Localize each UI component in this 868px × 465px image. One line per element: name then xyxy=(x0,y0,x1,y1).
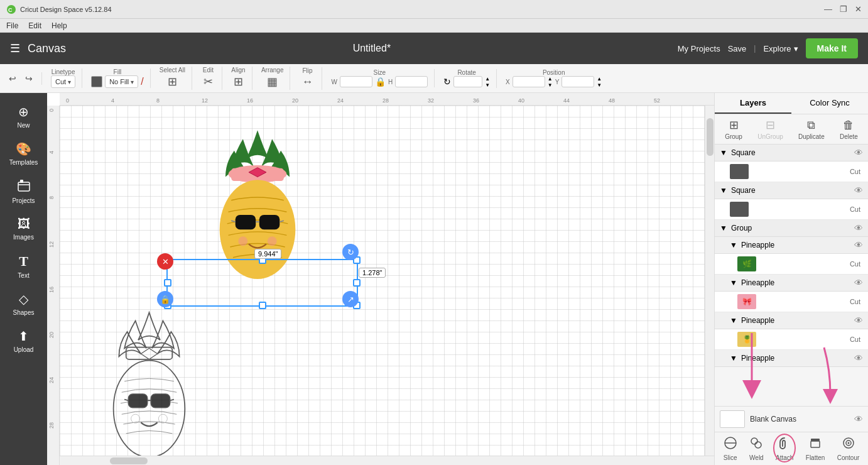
svg-point-12 xyxy=(238,236,247,246)
layer-pineapple-1-visibility[interactable]: 👁 xyxy=(854,240,863,250)
layer-pineapple-4-header[interactable]: ▼ Pineapple 👁 xyxy=(715,350,868,367)
sidebar-item-shapes[interactable]: ◇ Shapes xyxy=(3,287,44,321)
flatten-tool[interactable]: Flatten xyxy=(806,436,825,461)
layer-square-2-visibility[interactable]: 👁 xyxy=(854,185,863,195)
sidebar-item-upload[interactable]: ⬆ Upload xyxy=(3,324,44,358)
blank-canvas-swatch[interactable] xyxy=(720,410,745,428)
size-h-input[interactable]: 1.278 xyxy=(395,76,428,87)
rotate-handle[interactable]: ↻ xyxy=(342,244,359,260)
scrollbar-vertical[interactable] xyxy=(705,106,714,456)
chevron-down-icon: ▾ xyxy=(794,44,798,53)
menu-help[interactable]: Help xyxy=(52,21,67,30)
group-tool[interactable]: ⊞ Group xyxy=(725,118,742,140)
skew-handle[interactable]: ↗ xyxy=(342,291,359,307)
sidebar-item-images[interactable]: 🖼 Images xyxy=(3,212,44,246)
chevron-down-icon-7: ▼ xyxy=(730,354,737,363)
edit-button[interactable]: ✂ xyxy=(201,74,215,90)
layer-square-2-header[interactable]: ▼ Square 👁 xyxy=(715,182,868,199)
menu-file[interactable]: File xyxy=(6,21,18,30)
left-sidebar: ⊕ New 🎨 Templates Projects 🖼 Images T Te… xyxy=(0,93,47,465)
layer-square-1-visibility[interactable]: 👁 xyxy=(854,148,863,158)
minimize-btn[interactable]: — xyxy=(824,4,832,14)
resize-handle-s[interactable] xyxy=(259,302,266,309)
menu-edit[interactable]: Edit xyxy=(28,21,41,30)
resize-handle-e[interactable] xyxy=(353,279,361,287)
pos-x-down[interactable]: ▼ xyxy=(548,82,553,88)
sidebar-item-new[interactable]: ⊕ New xyxy=(3,99,44,134)
layer-pineapple-4-visibility[interactable]: 👁 xyxy=(854,353,863,363)
layer-square-2-cut[interactable]: Cut xyxy=(715,199,868,220)
layer-pineapple-1-cut[interactable]: 🌿 Cut xyxy=(715,254,868,275)
blank-canvas-row[interactable]: Blank Canvas 👁 xyxy=(715,407,868,432)
save-btn[interactable]: Save xyxy=(728,44,747,53)
scrollbar-horizontal-thumb[interactable] xyxy=(110,457,148,464)
my-projects-btn[interactable]: My Projects xyxy=(678,44,720,53)
position-y-input[interactable]: 6.278 xyxy=(561,76,594,87)
right-panel: Layers Color Sync ⊞ Group ⊟ UnGroup ⧉ Du… xyxy=(714,93,868,465)
rotate-input[interactable]: 0 xyxy=(453,76,482,87)
svg-point-23 xyxy=(131,414,140,423)
linetype-arrow: ▾ xyxy=(68,79,71,85)
weld-tool[interactable]: Weld xyxy=(749,436,764,461)
colored-pineapple[interactable] xyxy=(195,124,320,288)
align-button[interactable]: ⊞ xyxy=(231,74,246,90)
arrange-button[interactable]: ▦ xyxy=(264,74,280,90)
layer-pineapple-3-visibility[interactable]: 👁 xyxy=(854,315,863,326)
flip-button[interactable]: ↔ xyxy=(299,74,315,90)
scrollbar-horizontal[interactable] xyxy=(60,456,714,465)
explore-btn[interactable]: Explore ▾ xyxy=(763,44,798,53)
fill-color-picker[interactable]: / xyxy=(141,76,143,87)
make-it-button[interactable]: Make It xyxy=(806,38,858,58)
window-controls[interactable]: — ❐ ✕ xyxy=(824,4,862,14)
layer-group-header[interactable]: ▼ Group 👁 xyxy=(715,220,868,237)
layer-pineapple-3-name: Pineapple xyxy=(741,316,774,325)
blank-canvas-visibility[interactable]: 👁 xyxy=(854,414,863,424)
ungroup-tool[interactable]: ⊟ UnGroup xyxy=(757,118,783,140)
sidebar-item-text[interactable]: T Text xyxy=(3,248,44,284)
fill-color-swatch[interactable] xyxy=(91,76,102,87)
sidebar-item-templates[interactable]: 🎨 Templates xyxy=(3,136,44,171)
contour-tool[interactable]: Contour xyxy=(837,436,860,461)
slice-tool[interactable]: Slice xyxy=(724,436,737,461)
fill-select[interactable]: No Fill ▾ xyxy=(105,75,138,88)
layer-pineapple-2-cut[interactable]: 🎀 Cut xyxy=(715,292,868,312)
pos-x-up[interactable]: ▲ xyxy=(548,76,553,82)
maximize-btn[interactable]: ❐ xyxy=(840,4,847,14)
layer-pineapple-3-cut[interactable]: 🍍 Cut xyxy=(715,329,868,350)
redo-button[interactable]: ↪ xyxy=(23,72,35,85)
layer-pineapple-1-name: Pineapple xyxy=(741,241,774,249)
layer-pineapple-2-header[interactable]: ▼ Pineapple 👁 xyxy=(715,275,868,292)
tab-layers[interactable]: Layers xyxy=(715,93,791,114)
scrollbar-vertical-thumb[interactable] xyxy=(707,118,713,156)
rotate-down[interactable]: ▼ xyxy=(485,82,490,88)
svg-rect-2 xyxy=(18,182,30,191)
sidebar-item-projects[interactable]: Projects xyxy=(3,173,44,209)
layer-pineapple-3-header[interactable]: ▼ Pineapple 👁 xyxy=(715,312,868,329)
resize-handle-w[interactable] xyxy=(164,279,171,287)
outline-pineapple[interactable] xyxy=(94,300,204,456)
hamburger-menu[interactable]: ☰ xyxy=(10,41,20,55)
delete-selection-button[interactable]: ✕ xyxy=(157,253,173,270)
position-x-input[interactable]: 9.556 xyxy=(513,76,545,87)
lock-icon[interactable]: 🔒 xyxy=(375,77,386,87)
tab-color-sync[interactable]: Color Sync xyxy=(791,93,868,114)
undo-button[interactable]: ↩ xyxy=(6,72,19,85)
canvas-area[interactable]: 0 4 8 12 16 20 24 28 32 36 40 44 48 52 0… xyxy=(47,93,714,465)
svg-point-6 xyxy=(220,180,296,279)
layer-pineapple-2-visibility[interactable]: 👁 xyxy=(854,278,863,288)
select-all-button[interactable]: ⊞ xyxy=(165,74,180,90)
pos-y-down[interactable]: ▼ xyxy=(597,82,602,88)
rotate-up[interactable]: ▲ xyxy=(485,76,490,82)
layer-square-1-header[interactable]: ▼ Square 👁 xyxy=(715,145,868,161)
size-w-input[interactable]: 9.944 xyxy=(340,76,372,87)
attach-tool[interactable]: Attach xyxy=(776,436,793,461)
close-btn[interactable]: ✕ xyxy=(855,4,862,14)
pos-y-up[interactable]: ▲ xyxy=(597,76,602,82)
delete-tool[interactable]: 🗑 Delete xyxy=(840,119,858,140)
linetype-select[interactable]: Cut ▾ xyxy=(51,75,75,88)
canvas-content[interactable]: ✕ ↻ 🔒 ↗ 9.944" 1.278" xyxy=(60,106,714,456)
layer-square-1-cut[interactable]: Cut xyxy=(715,161,868,182)
layer-pineapple-1-header[interactable]: ▼ Pineapple 👁 xyxy=(715,237,868,254)
layer-group-visibility[interactable]: 👁 xyxy=(854,223,863,233)
duplicate-tool[interactable]: ⧉ Duplicate xyxy=(798,119,825,140)
